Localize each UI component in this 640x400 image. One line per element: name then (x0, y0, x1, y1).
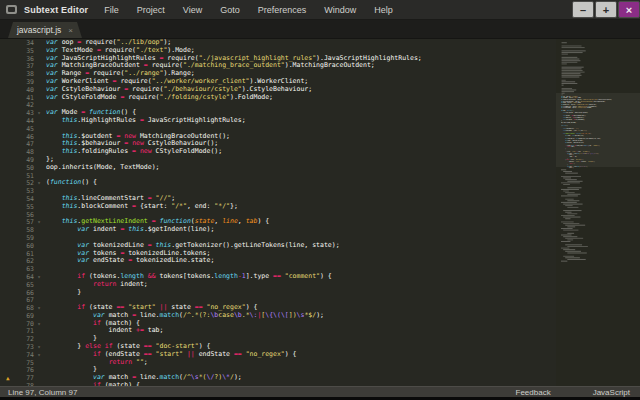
fold-arrow-icon[interactable]: ▾ (34, 179, 44, 187)
cursor-position: Line 97, Column 97 (0, 388, 516, 397)
code-editor[interactable]: 34 var oop = require("../lib/oop");35 va… (0, 39, 556, 386)
tab-javascript-js[interactable]: javascript.js × (8, 22, 82, 38)
app-title: Subtext Editor (24, 5, 88, 15)
menu-item-goto[interactable]: Goto (220, 5, 240, 15)
menu-item-project[interactable]: Project (137, 5, 165, 15)
minimap-viewport[interactable] (556, 93, 640, 167)
code-line-55[interactable]: 55 this.blockComment = {start: "/*", end… (0, 203, 556, 211)
fold-arrow-icon[interactable]: ▾ (34, 351, 44, 359)
app-icon (6, 5, 17, 14)
status-bar: Line 97, Column 97 Feedback JavaScript (0, 386, 640, 397)
minimap[interactable]: var oop = require("../lib/oop");var Text… (556, 39, 640, 386)
fold-arrow-icon[interactable]: ▾ (34, 304, 44, 312)
code-line-50[interactable]: 50 oop.inherits(Mode, TextMode); (0, 164, 556, 172)
menu-item-file[interactable]: File (104, 5, 119, 15)
fold-arrow-icon[interactable]: ▾ (34, 218, 44, 226)
minimap-line (561, 260, 618, 262)
close-button[interactable]: × (618, 1, 640, 18)
maximize-button[interactable]: + (595, 1, 617, 18)
code-line-58[interactable]: 58 var indent = this.$getIndent(line); (0, 226, 556, 234)
menu-item-window[interactable]: Window (324, 5, 356, 15)
fold-arrow-icon[interactable]: ▾ (34, 273, 44, 281)
code-line-52[interactable]: 52▾(function() { (0, 179, 556, 187)
title-bar: Subtext Editor FileProjectViewGotoPrefer… (0, 0, 640, 20)
menu-item-help[interactable]: Help (374, 5, 393, 15)
code-line-48[interactable]: 48 this.foldingRules = new CStyleFoldMod… (0, 148, 556, 156)
tab-label: javascript.js (17, 25, 61, 35)
code-line-44[interactable]: 44 this.HighlightRules = JavaScriptHighl… (0, 117, 556, 125)
language-selector[interactable]: JavaScript (593, 388, 630, 397)
code-line-65[interactable]: 65 return indent; (0, 281, 556, 289)
warning-icon: ▲ (6, 374, 10, 382)
tab-close-icon[interactable]: × (68, 26, 73, 35)
code-line-62[interactable]: 62 var endState = tokenizedLine.state; (0, 257, 556, 265)
minimize-button[interactable]: – (572, 1, 594, 18)
window-controls: – + × (571, 1, 640, 18)
tab-bar: javascript.js × (0, 20, 640, 39)
menu-item-preferences[interactable]: Preferences (258, 5, 307, 15)
feedback-link[interactable]: Feedback (516, 388, 551, 397)
fold-arrow-icon[interactable]: ▾ (34, 343, 44, 351)
code-line-66[interactable]: 66 } (0, 289, 556, 297)
fold-arrow-icon[interactable]: ▾ (34, 109, 44, 117)
fold-arrow-icon[interactable]: ▾ (34, 320, 44, 328)
code-line-41[interactable]: 41 var CStyleFoldMode = require("./foldi… (0, 94, 556, 102)
menu-bar: FileProjectViewGotoPreferencesWindowHelp (104, 5, 392, 15)
editor-window: Subtext Editor FileProjectViewGotoPrefer… (0, 0, 640, 400)
menu-item-view[interactable]: View (183, 5, 202, 15)
